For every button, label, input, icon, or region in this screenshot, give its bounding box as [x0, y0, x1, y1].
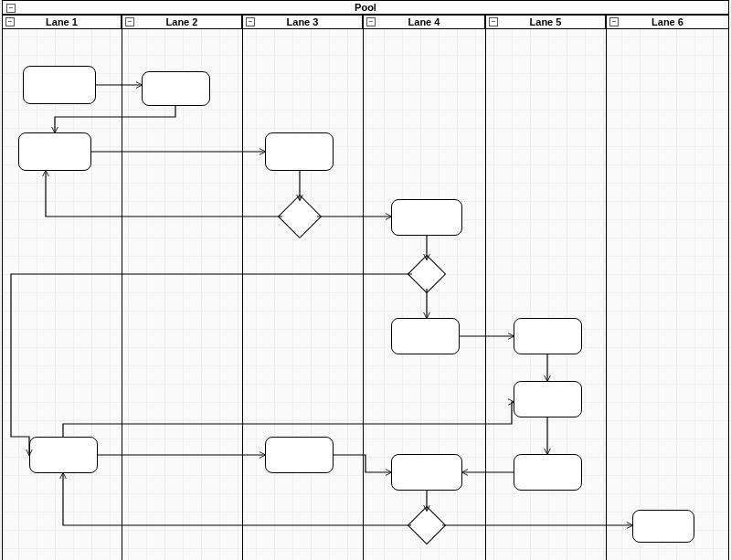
gateway-node[interactable] [408, 506, 446, 544]
edge[interactable] [63, 473, 411, 525]
collapse-icon[interactable]: − [6, 4, 16, 13]
lane-label: Lane 2 [166, 16, 198, 27]
task-node[interactable] [29, 437, 98, 473]
task-node[interactable] [514, 318, 582, 354]
lane-label: Lane 3 [287, 16, 319, 27]
lane-header-5[interactable]: −Lane 5 [485, 15, 606, 29]
task-node[interactable] [391, 318, 460, 354]
collapse-icon[interactable]: − [366, 17, 376, 26]
lane-divider [242, 29, 243, 560]
lane-divider [485, 29, 486, 560]
lane-label: Lane 5 [530, 16, 562, 27]
lane-header-6[interactable]: −Lane 6 [606, 15, 729, 29]
lane-label: Lane 4 [408, 16, 440, 27]
lane-header-2[interactable]: −Lane 2 [122, 15, 242, 29]
task-node[interactable] [514, 381, 582, 417]
task-node[interactable] [391, 199, 462, 236]
edge[interactable] [55, 106, 175, 132]
lane-header-1[interactable]: −Lane 1 [2, 15, 122, 29]
edge[interactable] [46, 171, 282, 217]
collapse-icon[interactable]: − [5, 17, 15, 26]
pool-border-left [2, 0, 3, 560]
pool-header[interactable]: − Pool [2, 0, 729, 15]
task-node[interactable] [391, 454, 462, 491]
task-node[interactable] [23, 66, 96, 104]
gateway-node[interactable] [278, 195, 322, 238]
pool-border-right [728, 0, 729, 560]
task-node[interactable] [18, 132, 91, 171]
lane-divider [122, 29, 122, 560]
edge[interactable] [63, 402, 514, 437]
task-node[interactable] [142, 71, 210, 106]
lane-header-3[interactable]: −Lane 3 [242, 15, 363, 29]
task-node[interactable] [265, 132, 334, 171]
task-node[interactable] [265, 437, 334, 473]
lane-divider [363, 29, 364, 560]
lane-label: Lane 6 [652, 16, 683, 27]
collapse-icon[interactable]: − [489, 17, 498, 26]
collapse-icon[interactable]: − [246, 17, 255, 26]
edge[interactable] [11, 274, 412, 455]
lane-header-4[interactable]: −Lane 4 [363, 15, 485, 29]
pool-title: Pool [355, 2, 376, 13]
lane-label: Lane 1 [46, 16, 78, 27]
edges-layer [0, 0, 731, 560]
collapse-icon[interactable]: − [609, 17, 619, 26]
lane-divider [606, 29, 607, 560]
diagram-canvas[interactable]: − Pool −Lane 1−Lane 2−Lane 3−Lane 4−Lane… [0, 0, 731, 560]
task-node[interactable] [632, 510, 694, 543]
collapse-icon[interactable]: − [125, 17, 134, 26]
task-node[interactable] [514, 454, 582, 491]
gateway-node[interactable] [408, 255, 446, 293]
